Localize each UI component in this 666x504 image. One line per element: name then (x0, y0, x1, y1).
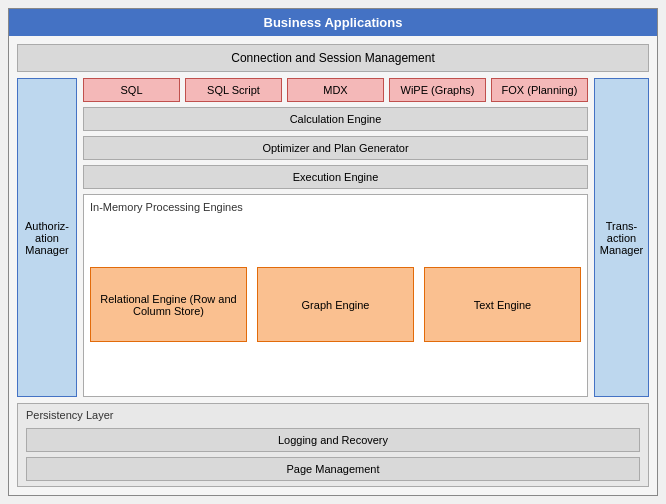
query-sql-script: SQL Script (185, 78, 282, 102)
transaction-manager: Trans-action Manager (594, 78, 649, 397)
graph-engine-label: Graph Engine (302, 299, 370, 311)
engines-column: SQL SQL Script MDX WiPE (Graphs) FOX (Pl… (83, 78, 588, 397)
relational-engine-box: Relational Engine (Row and Column Store) (90, 267, 247, 342)
app-container: Business Applications Connection and Ses… (8, 8, 658, 496)
business-apps-label: Business Applications (264, 15, 403, 30)
query-sql: SQL (83, 78, 180, 102)
persistency-section: Persistency Layer Logging and Recovery P… (17, 403, 649, 487)
logging-label: Logging and Recovery (278, 434, 388, 446)
query-wipe: WiPE (Graphs) (389, 78, 486, 102)
auth-manager: Authoriz-ation Manager (17, 78, 77, 397)
query-fox: FOX (Planning) (491, 78, 588, 102)
optimizer-label: Optimizer and Plan Generator (262, 142, 408, 154)
in-memory-label: In-Memory Processing Engines (90, 201, 581, 213)
persistency-label: Persistency Layer (26, 409, 640, 423)
middle-row: Authoriz-ation Manager SQL SQL Script MD… (17, 78, 649, 397)
auth-manager-label: Authoriz-ation Manager (22, 220, 72, 256)
query-mdx: MDX (287, 78, 384, 102)
calculation-engine-bar: Calculation Engine (83, 107, 588, 131)
logging-bar: Logging and Recovery (26, 428, 640, 452)
text-engine-label: Text Engine (474, 299, 531, 311)
connection-label: Connection and Session Management (231, 51, 434, 65)
connection-bar: Connection and Session Management (17, 44, 649, 72)
in-memory-box: In-Memory Processing Engines Relational … (83, 194, 588, 397)
execution-engine-label: Execution Engine (293, 171, 379, 183)
query-types-row: SQL SQL Script MDX WiPE (Graphs) FOX (Pl… (83, 78, 588, 102)
optimizer-bar: Optimizer and Plan Generator (83, 136, 588, 160)
business-apps-bar: Business Applications (9, 9, 657, 36)
main-content: Connection and Session Management Author… (9, 36, 657, 495)
execution-engine-bar: Execution Engine (83, 165, 588, 189)
text-engine-box: Text Engine (424, 267, 581, 342)
page-management-bar: Page Management (26, 457, 640, 481)
relational-engine-label: Relational Engine (Row and Column Store) (97, 293, 240, 317)
processing-engines-row: Relational Engine (Row and Column Store)… (90, 219, 581, 390)
graph-engine-box: Graph Engine (257, 267, 414, 342)
page-management-label: Page Management (287, 463, 380, 475)
transaction-manager-label: Trans-action Manager (599, 220, 644, 256)
calculation-engine-label: Calculation Engine (290, 113, 382, 125)
